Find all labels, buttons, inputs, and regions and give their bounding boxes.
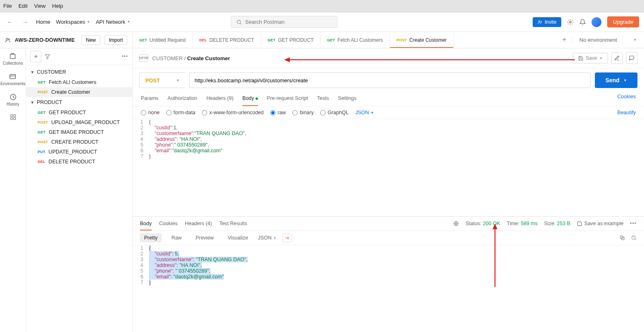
search-response-icon[interactable]	[631, 235, 637, 241]
save-button[interactable]: Save ▼	[573, 53, 608, 63]
bodytype-none[interactable]: none	[141, 110, 160, 115]
send-button[interactable]: Send▼	[595, 72, 637, 88]
request-tab[interactable]: GETFetch ALl Customers	[321, 32, 390, 48]
global-search[interactable]	[231, 16, 337, 28]
tab-body[interactable]: Body	[242, 94, 258, 103]
bodytype-urlencoded[interactable]: x-www-form-urlencoded	[202, 110, 264, 115]
request-tab[interactable]: DELDELETE PRODUCT	[193, 32, 261, 48]
menu-help[interactable]: Help	[52, 3, 63, 9]
grid-icon	[10, 114, 16, 120]
sidebar-add-button[interactable]: +	[30, 51, 41, 62]
tab-prerequest[interactable]: Pre-request Script	[267, 94, 308, 103]
response-body-viewer[interactable]: 1{2 "custId": 5,3 "customerName": "TRAN …	[133, 245, 644, 332]
menu-file[interactable]: File	[3, 3, 12, 9]
search-input[interactable]	[245, 19, 332, 25]
method-selector[interactable]: POST▼	[139, 72, 185, 88]
method-badge: DEL	[199, 38, 207, 42]
invite-button[interactable]: Invite	[533, 17, 561, 27]
request-subtabs: Params Authorization Headers (9) Body Pr…	[133, 92, 644, 106]
tab-tests[interactable]: Tests	[317, 94, 329, 103]
tab-params[interactable]: Params	[141, 94, 158, 103]
save-example-button[interactable]: Save as example	[577, 221, 624, 226]
bell-icon[interactable]	[579, 19, 586, 25]
globe-icon[interactable]	[453, 221, 459, 226]
edit-icon[interactable]	[611, 52, 623, 64]
settings-icon[interactable]	[567, 19, 574, 25]
method-badge: GET	[139, 38, 147, 42]
copy-icon[interactable]	[619, 235, 625, 241]
request-tab[interactable]: POSTCreate Customer	[390, 32, 454, 48]
response-view-row: Pretty Raw Preview Visualize JSON▼ ⇥	[133, 231, 644, 245]
wrap-lines-icon[interactable]: ⇥	[282, 233, 292, 242]
bodytype-graphql[interactable]: GraphQL	[320, 110, 348, 115]
collection-folder[interactable]: ▶PRODUCT	[26, 97, 132, 108]
method-badge: PUT	[38, 150, 45, 154]
history-icon	[9, 93, 17, 101]
request-item[interactable]: POSTUPLOAD_IMAGE_PRODUCT	[26, 117, 132, 127]
resp-tab-body[interactable]: Body	[140, 219, 152, 228]
rail-history[interactable]: History	[7, 93, 19, 106]
request-item[interactable]: POSTCREATE PRODUCT	[26, 137, 132, 147]
beautify-link[interactable]: Beautify	[617, 110, 636, 115]
view-raw[interactable]: Raw	[167, 233, 186, 242]
tab-authorization[interactable]: Authorization	[167, 94, 197, 103]
tab-label: Fetch ALl Customers	[337, 37, 383, 43]
tab-headers[interactable]: Headers (9)	[206, 94, 233, 103]
request-breadcrumb-row: HTTP CUSTOMER / Create Customer Save ▼	[133, 48, 644, 68]
view-pretty[interactable]: Pretty	[140, 233, 162, 242]
breadcrumb[interactable]: CUSTOMER / Create Customer	[152, 55, 230, 61]
request-item[interactable]: POSTCreate Customer	[26, 87, 132, 97]
forward-arrow-icon[interactable]: →	[20, 17, 30, 27]
cookies-link[interactable]: Cookies	[617, 94, 636, 103]
environments-icon	[9, 73, 16, 80]
request-body-editor[interactable]: 1{2 "custId":1,3 "customerName":"TRAN QU…	[133, 119, 644, 217]
environment-selector[interactable]: No environment▼	[572, 37, 644, 43]
comments-icon[interactable]	[626, 52, 637, 64]
request-item[interactable]: PUTUPDATE_PRODUCT	[26, 147, 132, 157]
resp-tab-testresults[interactable]: Test Results	[219, 219, 247, 228]
collection-folder[interactable]: ▶CUSTOMER	[26, 67, 132, 77]
import-button[interactable]: Import	[104, 35, 127, 45]
user-avatar[interactable]	[592, 17, 601, 27]
request-item[interactable]: GETFetch ALl Customers	[26, 77, 132, 87]
resp-tab-headers[interactable]: Headers (4)	[185, 219, 212, 228]
nav-api-network[interactable]: API Network▼	[96, 19, 130, 25]
request-item[interactable]: DELDELETE PRODUCT	[26, 157, 132, 167]
method-badge: GET	[268, 38, 276, 42]
method-badge: POST	[38, 90, 48, 94]
request-item[interactable]: GETGET IMAGE PRODUCT	[26, 127, 132, 137]
workspace-name[interactable]: AWS-ZERO-DOWNTIME	[15, 37, 77, 43]
rail-collections[interactable]: Collections	[3, 52, 23, 65]
bodytype-binary[interactable]: binary	[292, 110, 314, 115]
nav-home[interactable]: Home	[36, 19, 50, 25]
response-bar: Body Cookies Headers (4) Test Results St…	[133, 217, 644, 231]
url-input[interactable]	[189, 72, 591, 88]
chevron-down-icon: ▼	[633, 38, 637, 42]
back-arrow-icon[interactable]: ←	[5, 17, 15, 27]
tab-settings[interactable]: Settings	[338, 94, 356, 103]
filter-icon[interactable]	[45, 54, 50, 59]
request-item[interactable]: GETGET PRODUCT	[26, 108, 132, 117]
response-more-icon[interactable]: •••	[630, 221, 637, 226]
new-button[interactable]: New	[81, 35, 100, 45]
view-preview[interactable]: Preview	[192, 233, 218, 242]
menu-edit[interactable]: Edit	[18, 3, 27, 9]
view-visualize[interactable]: Visualize	[224, 233, 252, 242]
menu-view[interactable]: View	[34, 3, 45, 9]
request-tab[interactable]: GETUntitled Request	[133, 32, 193, 48]
method-badge: POST	[397, 38, 407, 42]
upgrade-button[interactable]: Upgrade	[607, 16, 639, 27]
body-language-selector[interactable]: JSON▼	[355, 110, 374, 115]
bodytype-formdata[interactable]: form-data	[166, 110, 196, 115]
svg-point-6	[6, 38, 8, 40]
bodytype-raw[interactable]: raw	[270, 110, 286, 115]
response-language-selector[interactable]: JSON▼	[258, 235, 276, 241]
new-tab-button[interactable]: +	[557, 36, 572, 44]
svg-rect-13	[14, 115, 16, 117]
rail-environments[interactable]: Environments	[0, 73, 25, 86]
nav-workspaces[interactable]: Workspaces▼	[56, 19, 90, 25]
rail-more[interactable]	[10, 114, 16, 120]
more-options-icon[interactable]: •••	[122, 54, 128, 59]
resp-tab-cookies[interactable]: Cookies	[159, 219, 178, 228]
request-tab[interactable]: GETGET PRODUCT	[261, 32, 321, 48]
